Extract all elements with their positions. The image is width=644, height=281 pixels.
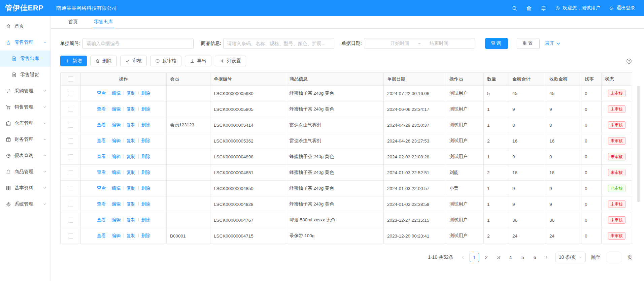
separator [138, 154, 139, 158]
expand-link[interactable]: 展开 [545, 40, 561, 46]
row-delete-link[interactable]: 删除 [141, 91, 150, 96]
row-checkbox[interactable] [68, 123, 73, 128]
row-view-link[interactable]: 查看 [97, 201, 106, 207]
row-edit-link[interactable]: 编辑 [112, 233, 121, 238]
column-settings-button[interactable]: 列设置 [215, 56, 246, 66]
row-delete-link[interactable]: 删除 [141, 154, 150, 159]
sidebar-item-home[interactable]: 首页 [0, 18, 50, 34]
row-view-link[interactable]: 查看 [97, 138, 106, 143]
sidebar-item-retail-outbound[interactable]: 零售出库 [0, 51, 50, 67]
row-checkbox[interactable] [68, 170, 73, 175]
welcome-user[interactable]: 欢迎您，测试用户 [555, 5, 600, 11]
row-edit-link[interactable]: 编辑 [112, 91, 121, 96]
page-number-2[interactable]: 2 [482, 253, 491, 262]
row-delete-link[interactable]: 删除 [141, 170, 150, 175]
row-edit-link[interactable]: 编辑 [112, 122, 121, 127]
row-view-link[interactable]: 查看 [97, 122, 106, 127]
row-checkbox[interactable] [68, 154, 73, 159]
separator [109, 218, 109, 222]
row-checkbox[interactable] [68, 218, 73, 223]
row-edit-link[interactable]: 编辑 [112, 217, 121, 222]
sidebar-item-goods[interactable]: 商品管理 [0, 164, 50, 180]
row-delete-link[interactable]: 删除 [141, 233, 150, 238]
row-copy-link[interactable]: 复制 [127, 122, 136, 127]
sidebar-item-basic[interactable]: 基本资料 [0, 180, 50, 196]
row-edit-link[interactable]: 编辑 [112, 201, 121, 207]
row-copy-link[interactable]: 复制 [127, 201, 136, 207]
row-checkbox[interactable] [68, 138, 73, 144]
row-edit-link[interactable]: 编辑 [112, 186, 121, 191]
reset-button[interactable]: 重置 [517, 38, 540, 49]
row-delete-link[interactable]: 删除 [141, 186, 150, 191]
row-checkbox[interactable] [68, 107, 73, 112]
page-number-5[interactable]: 5 [518, 253, 528, 262]
row-delete-link[interactable]: 删除 [141, 138, 150, 143]
sidebar-item-system[interactable]: 系统管理 [0, 196, 50, 212]
help-icon[interactable] [626, 58, 632, 64]
export-button[interactable]: 导出 [185, 56, 211, 66]
page-number-4[interactable]: 4 [506, 253, 515, 262]
row-view-link[interactable]: 查看 [97, 217, 106, 222]
jump-page-input[interactable] [606, 253, 622, 262]
tab-retail-outbound[interactable]: 零售出库 [93, 16, 114, 28]
row-copy-link[interactable]: 复制 [127, 170, 136, 175]
row-copy-link[interactable]: 复制 [127, 138, 136, 143]
row-copy-link[interactable]: 复制 [127, 186, 136, 191]
row-checkbox[interactable] [68, 91, 73, 96]
sidebar-item-report[interactable]: 报表查询 [0, 148, 50, 164]
row-delete-link[interactable]: 删除 [141, 106, 150, 112]
bell-icon[interactable] [541, 5, 546, 11]
operator-cell: 测试用户 [446, 149, 484, 165]
row-view-link[interactable]: 查看 [97, 154, 106, 159]
select-all-checkbox[interactable] [68, 76, 73, 82]
search-button[interactable]: 查询 [485, 38, 508, 49]
sidebar-item-purchase[interactable]: 采购管理 [0, 83, 50, 99]
row-view-link[interactable]: 查看 [97, 186, 106, 191]
row-copy-link[interactable]: 复制 [127, 91, 136, 96]
row-edit-link[interactable]: 编辑 [112, 106, 121, 112]
sidebar-item-sales[interactable]: 销售管理 [0, 99, 50, 115]
row-checkbox[interactable] [68, 186, 73, 191]
tab-home[interactable]: 首页 [67, 16, 79, 28]
audit-button[interactable]: 审核 [120, 56, 147, 66]
page-number-6[interactable]: 6 [530, 253, 540, 262]
row-edit-link[interactable]: 编辑 [112, 170, 121, 175]
search-icon[interactable] [512, 5, 517, 11]
sidebar-item-finance[interactable]: 财务管理 [0, 131, 50, 148]
row-delete-link[interactable]: 删除 [141, 217, 150, 222]
next-page-button[interactable] [542, 253, 550, 262]
sidebar-item-retail-return[interactable]: 零售退货 [0, 67, 50, 83]
separator [138, 123, 139, 127]
sidebar-item-retail[interactable]: 零售管理 [0, 34, 50, 51]
row-edit-link[interactable]: 编辑 [112, 154, 121, 159]
page-size-select[interactable]: 10 条/页 [555, 253, 586, 262]
row-copy-link[interactable]: 复制 [127, 154, 136, 159]
row-view-link[interactable]: 查看 [97, 106, 106, 112]
row-edit-link[interactable]: 编辑 [112, 138, 121, 143]
row-view-link[interactable]: 查看 [97, 233, 106, 238]
add-button[interactable]: 新增 [60, 56, 87, 66]
unaudit-button[interactable]: 反审核 [150, 56, 181, 66]
bank-icon[interactable] [526, 5, 532, 11]
row-checkbox[interactable] [68, 233, 73, 239]
logout-button[interactable]: 退出登录 [609, 5, 635, 11]
row-copy-link[interactable]: 复制 [127, 106, 136, 112]
date-range-input[interactable]: 开始时间 ~ 结束时间 [364, 38, 475, 49]
page-number-3[interactable]: 3 [494, 253, 503, 262]
row-copy-link[interactable]: 复制 [127, 233, 136, 238]
row-copy-link[interactable]: 复制 [127, 217, 136, 222]
row-view-link[interactable]: 查看 [97, 170, 106, 175]
row-delete-link[interactable]: 删除 [141, 122, 150, 127]
row-actions: 查看编辑复制删除 [81, 133, 167, 149]
product-info-input[interactable] [223, 38, 334, 49]
row-view-link[interactable]: 查看 [97, 91, 106, 96]
page-number-1[interactable]: 1 [470, 253, 479, 262]
bill-no-input[interactable] [82, 38, 194, 49]
delete-button[interactable]: 删除 [90, 56, 117, 66]
sidebar-item-warehouse[interactable]: 仓库管理 [0, 115, 50, 131]
row-checkbox[interactable] [68, 202, 73, 207]
row-delete-link[interactable]: 删除 [141, 201, 150, 207]
scrollbar-thumb[interactable] [637, 86, 640, 202]
prev-page-button[interactable] [459, 253, 467, 262]
separator [109, 154, 109, 158]
